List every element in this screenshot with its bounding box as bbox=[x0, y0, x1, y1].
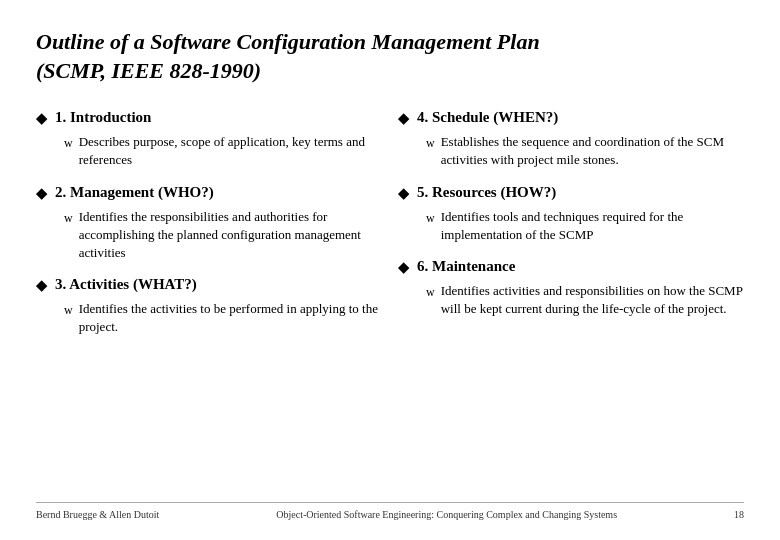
title-line2: (SCMP, IEEE 828-1990) bbox=[36, 58, 261, 83]
content-area: ◆ 1. Introduction w Describes purpose, s… bbox=[36, 109, 744, 502]
section-4-subitems: w Establishes the sequence and coordinat… bbox=[426, 133, 744, 169]
section-5-title: ◆ 5. Resources (HOW?) bbox=[398, 184, 744, 202]
section-5-subitems: w Identifies tools and techniques requir… bbox=[426, 208, 744, 244]
section-2: ◆ 2. Management (WHO?) w Identifies the … bbox=[36, 184, 382, 263]
diamond-icon-6: ◆ bbox=[398, 259, 409, 276]
diamond-icon-4: ◆ bbox=[398, 110, 409, 127]
slide-title: Outline of a Software Configuration Mana… bbox=[36, 28, 744, 85]
section-5: ◆ 5. Resources (HOW?) w Identifies tools… bbox=[398, 184, 744, 244]
list-item: w Identifies tools and techniques requir… bbox=[426, 208, 744, 244]
right-column: ◆ 4. Schedule (WHEN?) w Establishes the … bbox=[398, 109, 744, 502]
section-6-subitems: w Identifies activities and responsibili… bbox=[426, 282, 744, 318]
list-item: w Identifies the responsibilities and au… bbox=[64, 208, 382, 263]
list-item: w Identifies the activities to be perfor… bbox=[64, 300, 382, 336]
sub-bullet-icon: w bbox=[64, 210, 73, 227]
diamond-icon-1: ◆ bbox=[36, 110, 47, 127]
section-6-title: ◆ 6. Maintenance bbox=[398, 258, 744, 276]
list-item: w Establishes the sequence and coordinat… bbox=[426, 133, 744, 169]
sub-bullet-icon: w bbox=[426, 135, 435, 152]
sub-bullet-icon: w bbox=[64, 135, 73, 152]
section-2-title: ◆ 2. Management (WHO?) bbox=[36, 184, 382, 202]
sub-bullet-icon: w bbox=[426, 284, 435, 301]
list-item: w Identifies activities and responsibili… bbox=[426, 282, 744, 318]
diamond-icon-3: ◆ bbox=[36, 277, 47, 294]
section-2-subitems: w Identifies the responsibilities and au… bbox=[64, 208, 382, 263]
footer-center: Object-Oriented Software Engineering: Co… bbox=[159, 509, 734, 520]
footer-left: Bernd Bruegge & Allen Dutoit bbox=[36, 509, 159, 520]
diamond-icon-2: ◆ bbox=[36, 185, 47, 202]
section-4: ◆ 4. Schedule (WHEN?) w Establishes the … bbox=[398, 109, 744, 169]
sub-bullet-icon: w bbox=[64, 302, 73, 319]
section-3-title: ◆ 3. Activities (WHAT?) bbox=[36, 276, 382, 294]
section-3-subitems: w Identifies the activities to be perfor… bbox=[64, 300, 382, 336]
diamond-icon-5: ◆ bbox=[398, 185, 409, 202]
section-1: ◆ 1. Introduction w Describes purpose, s… bbox=[36, 109, 382, 169]
section-3: ◆ 3. Activities (WHAT?) w Identifies the… bbox=[36, 276, 382, 336]
section-6: ◆ 6. Maintenance w Identifies activities… bbox=[398, 258, 744, 318]
section-1-title: ◆ 1. Introduction bbox=[36, 109, 382, 127]
sub-bullet-icon: w bbox=[426, 210, 435, 227]
title-line1: Outline of a Software Configuration Mana… bbox=[36, 29, 540, 54]
left-column: ◆ 1. Introduction w Describes purpose, s… bbox=[36, 109, 398, 502]
slide-footer: Bernd Bruegge & Allen Dutoit Object-Orie… bbox=[36, 502, 744, 520]
slide: Outline of a Software Configuration Mana… bbox=[0, 0, 780, 540]
footer-page-number: 18 bbox=[734, 509, 744, 520]
section-1-subitems: w Describes purpose, scope of applicatio… bbox=[64, 133, 382, 169]
list-item: w Describes purpose, scope of applicatio… bbox=[64, 133, 382, 169]
section-4-title: ◆ 4. Schedule (WHEN?) bbox=[398, 109, 744, 127]
